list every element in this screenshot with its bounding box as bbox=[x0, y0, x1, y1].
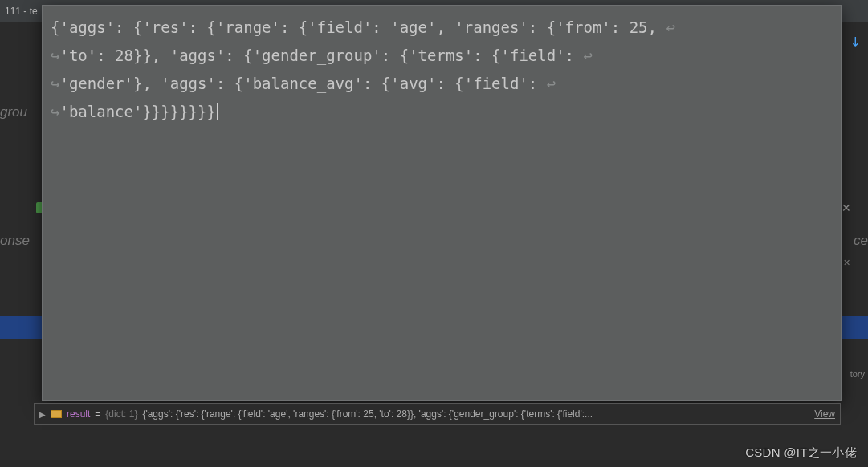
popup-line-4: 'balance'}}}}}}}} bbox=[59, 103, 215, 120]
panel-clear-button[interactable]: ✕ bbox=[841, 257, 852, 268]
soft-wrap-next-icon: ↩ bbox=[583, 47, 592, 64]
soft-wrap-next-icon: ↩ bbox=[547, 75, 556, 92]
soft-wrap-cont-icon: ↪ bbox=[51, 75, 59, 92]
git-update-icon[interactable]: ↙ bbox=[846, 32, 864, 51]
variable-type: {dict: 1} bbox=[105, 408, 137, 420]
bg-text-onse: onse bbox=[0, 233, 30, 249]
equals-sign: = bbox=[95, 408, 100, 420]
variable-name: result bbox=[67, 408, 90, 420]
bg-text-grou: grou bbox=[0, 104, 27, 120]
soft-wrap-next-icon: ↩ bbox=[666, 18, 674, 36]
watermark-text: CSDN @IT之一小佬 bbox=[745, 445, 857, 461]
variable-value-preview: {'aggs': {'res': {'range': {'field': 'ag… bbox=[142, 408, 805, 420]
bg-text-tory: tory bbox=[850, 369, 865, 379]
soft-wrap-cont-icon: ↪ bbox=[51, 47, 59, 64]
soft-wrap-cont-icon: ↪ bbox=[51, 103, 59, 120]
popup-line-3: 'gender'}, 'aggs': {'balance_avg': {'avg… bbox=[59, 75, 546, 92]
popup-line-2: 'to': 28}}, 'aggs': {'gender_group': {'t… bbox=[59, 47, 583, 64]
tab-label-fragment: 111 - te bbox=[5, 6, 38, 17]
bg-text-ce: ce bbox=[854, 233, 868, 249]
evaluate-expression-popup[interactable]: {'aggs': {'res': {'range': {'field': 'ag… bbox=[42, 5, 842, 401]
view-link[interactable]: View bbox=[809, 408, 835, 420]
expand-triangle-icon[interactable]: ▶ bbox=[39, 410, 46, 419]
text-caret bbox=[217, 103, 218, 120]
popup-line-1: {'aggs': {'res': {'range': {'field': 'ag… bbox=[51, 18, 666, 36]
popup-text[interactable]: {'aggs': {'res': {'range': {'field': 'ag… bbox=[51, 14, 828, 127]
variables-row[interactable]: ▶ result = {dict: 1} {'aggs': {'res': {'… bbox=[34, 403, 841, 425]
dict-icon bbox=[51, 410, 62, 418]
